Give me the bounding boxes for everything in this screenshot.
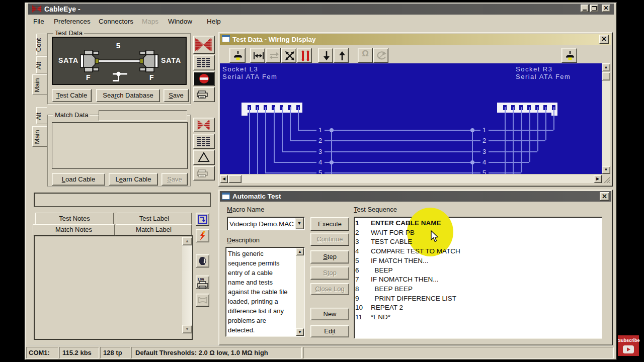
svg-text:SATA: SATA — [161, 56, 181, 64]
svg-text:5: 5 — [116, 41, 120, 50]
svg-text:SATA: SATA — [58, 56, 78, 64]
svg-text:F: F — [149, 73, 154, 81]
svg-text:F: F — [86, 73, 91, 81]
svg-text:LOG: LOG — [198, 278, 204, 282]
